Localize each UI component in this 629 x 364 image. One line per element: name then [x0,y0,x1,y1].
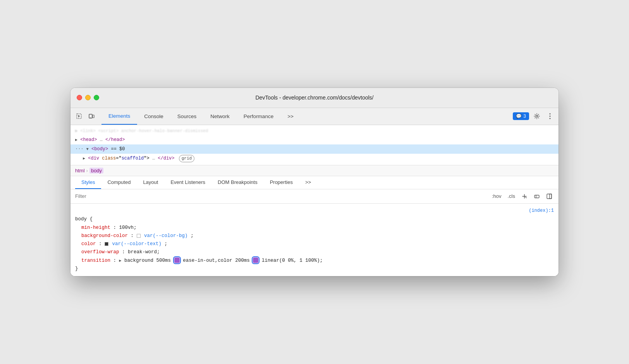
device-mode-icon[interactable] [86,111,97,122]
issues-badge[interactable]: 💬 3 [513,112,529,120]
computed-sidebar-icon[interactable] [545,192,554,201]
svg-point-5 [550,113,551,115]
svg-point-7 [550,118,551,119]
toolbar-right: 💬 3 [513,111,555,122]
sub-tab-styles[interactable]: Styles [75,176,101,189]
dom-div-line[interactable]: ▶ <div class="scaffold"> … </div> grid [70,154,559,163]
tab-performance[interactable]: Performance [237,108,280,125]
transition-color-swatch-1[interactable] [174,258,180,263]
text-color-swatch[interactable] [105,242,108,246]
tab-more[interactable]: >> [280,108,301,125]
css-content: (index):1 body { min-height : 100vh; bac… [70,204,559,276]
window-title: DevTools - developer.chrome.com/docs/dev… [255,94,373,101]
text-color-var[interactable]: var(--color-text) [112,241,162,247]
minimize-button[interactable] [85,95,91,100]
css-prop-color: color : var(--color-text) ; [75,240,554,248]
transition-expand-icon[interactable]: ▶ [119,259,122,263]
tab-sources[interactable]: Sources [170,108,204,125]
breadcrumb-html[interactable]: html [75,168,85,173]
devtools-toolbar: Elements Console Sources Network Perform… [70,108,559,125]
svg-rect-11 [534,195,539,198]
tab-elements[interactable]: Elements [101,108,137,125]
css-close-brace: } [75,265,554,273]
svg-point-4 [536,115,538,117]
add-style-icon[interactable] [520,192,529,201]
tab-console[interactable]: Console [137,108,170,125]
settings-icon[interactable] [531,111,542,122]
css-prop-overflow-wrap: overflow-wrap : break-word; [75,248,554,256]
close-button[interactable] [77,95,82,100]
css-prop-transition: transition : ▶ background 500ms ease-in-… [75,257,554,265]
sub-tab-event-listeners[interactable]: Event Listeners [164,176,211,189]
breadcrumb-body[interactable]: body [89,168,103,173]
hov-button[interactable]: :hov [490,192,503,200]
css-prop-min-height: min-height : 100vh; [75,224,554,232]
issues-count: 3 [523,113,526,119]
devtools-window: DevTools - developer.chrome.com/docs/dev… [70,88,559,276]
filter-input[interactable] [75,193,490,199]
sub-tabs: Styles Computed Layout Event Listeners D… [70,176,559,189]
sub-tab-computed[interactable]: Computed [101,176,137,189]
elements-panel: ▶ <link> <script> anchor-hover-halo-bann… [70,125,559,165]
filter-bar: :hov .cls [70,189,559,204]
css-source[interactable]: (index):1 [75,207,554,215]
filter-actions: :hov .cls [490,192,554,201]
svg-rect-2 [93,115,94,118]
issues-icon: 💬 [516,113,522,119]
svg-rect-14 [550,194,552,199]
transition-color-swatch-2[interactable] [253,258,258,263]
toggle-class-icon[interactable] [532,192,541,201]
svg-line-10 [526,197,526,198]
svg-point-6 [550,116,551,117]
sub-tab-properties[interactable]: Properties [264,176,299,189]
more-options-icon[interactable] [545,111,555,122]
css-prop-background-color: background-color : var(--color-bg) ; [75,232,554,240]
css-selector-line: body { [75,215,554,223]
grid-badge[interactable]: grid [179,155,194,162]
traffic-lights [77,95,99,100]
cls-button[interactable]: .cls [506,192,517,200]
sub-tab-more[interactable]: >> [299,176,317,189]
sub-tab-layout[interactable]: Layout [137,176,164,189]
maximize-button[interactable] [94,95,99,100]
devtools-panel: Elements Console Sources Network Perform… [70,108,559,276]
title-bar: DevTools - developer.chrome.com/docs/dev… [70,88,559,108]
bg-color-swatch[interactable] [137,234,141,238]
svg-rect-13 [547,194,552,199]
dom-body-line[interactable]: ··· ▼ <body> == $0 [70,144,559,154]
toolbar-icons [74,111,97,122]
dom-blur-line: ▶ <link> <script> anchor-hover-halo-bann… [70,127,559,136]
inspect-icon[interactable] [74,111,84,122]
tab-network[interactable]: Network [203,108,237,125]
dom-head-line[interactable]: ▶ <head> … </head> [70,135,559,144]
tab-list: Elements Console Sources Network Perform… [101,108,513,125]
breadcrumb: html › body [70,165,559,176]
sub-tab-dom-breakpoints[interactable]: DOM Breakpoints [211,176,264,189]
bg-color-var[interactable]: var(--color-bg) [144,233,188,239]
